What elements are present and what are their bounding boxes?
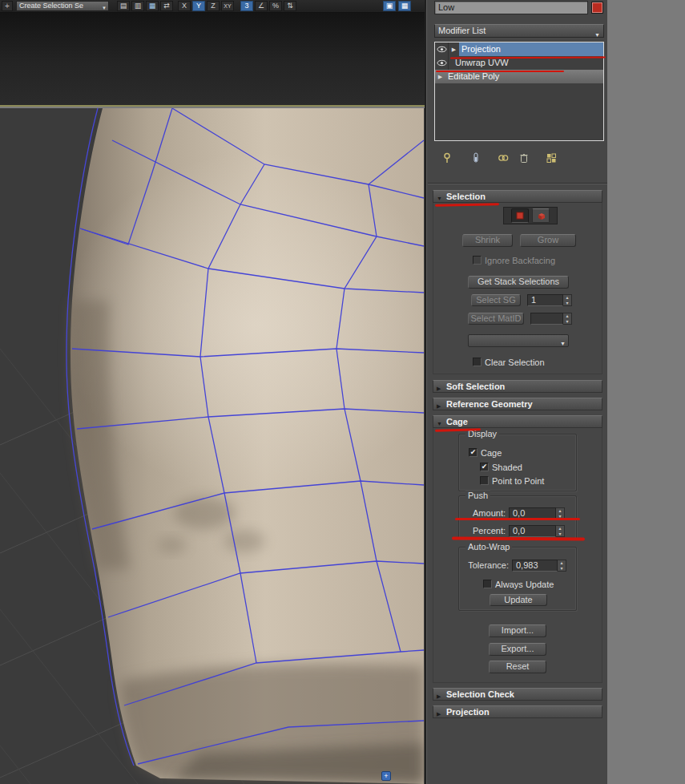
annotation-underline-unwrap-uvw xyxy=(436,71,564,72)
cage-checkbox[interactable]: ✔ Cage xyxy=(469,447,502,458)
get-stack-selections-button[interactable]: Get Stack Selections xyxy=(468,276,569,289)
update-button[interactable]: Update xyxy=(490,594,547,606)
chevron-down-icon: ▼ xyxy=(594,29,600,41)
subobject-button-strip xyxy=(503,207,558,224)
ignore-backfacing-checkbox[interactable]: Ignore Backfacing xyxy=(473,255,555,265)
group-title: Auto-Wrap xyxy=(465,542,512,552)
modifier-list-dropdown[interactable]: Modifier List ▼ xyxy=(434,24,604,38)
sg-value[interactable]: 1 xyxy=(527,294,563,306)
always-update-checkbox[interactable]: Always Update xyxy=(483,579,554,589)
eye-icon[interactable] xyxy=(435,56,449,70)
select-sg-button[interactable]: Select SG xyxy=(471,294,521,306)
sg-spinner[interactable]: 1 ▴▾ xyxy=(527,294,572,306)
matid-value[interactable] xyxy=(530,313,563,325)
show-end-result-icon[interactable] xyxy=(468,150,484,166)
grow-button[interactable]: Grow xyxy=(520,234,576,247)
curve-editor-icon[interactable]: ▦ xyxy=(146,1,159,11)
checkbox-label: Shaded xyxy=(492,463,522,472)
chevron-down-icon: ▼ xyxy=(560,338,566,350)
tolerance-label: Tolerance: xyxy=(461,560,509,571)
viewport-canvas[interactable]: + xyxy=(0,108,425,784)
checkbox-box: ✔ xyxy=(480,463,489,471)
annotation-underline-amount xyxy=(455,518,580,520)
spinner-snap-icon[interactable]: ⇅ xyxy=(284,1,296,11)
viewport-badge-icon[interactable]: + xyxy=(381,771,391,781)
spinner-arrows-icon[interactable]: ▴▾ xyxy=(563,294,572,306)
push-percent-spinner[interactable]: 0,0 ▴▾ xyxy=(509,525,565,537)
constraint-y-icon[interactable]: Y xyxy=(192,1,205,11)
shaded-checkbox[interactable]: ✔ Shaded xyxy=(480,462,522,472)
angle-snap-icon[interactable]: ∠ xyxy=(255,1,268,11)
shrink-button[interactable]: Shrink xyxy=(462,234,513,247)
chevron-right-icon: ▶ xyxy=(437,401,441,412)
rollout-title: Cage xyxy=(446,417,468,426)
checkbox-box xyxy=(473,256,482,265)
tolerance-value[interactable]: 0,983 xyxy=(512,560,558,572)
modifier-list-label: Modifier List xyxy=(438,26,486,35)
rollout-selection-check[interactable]: ▶ Selection Check xyxy=(433,688,602,701)
constraint-z-icon[interactable]: Z xyxy=(207,1,220,11)
push-percent-value[interactable]: 0,0 xyxy=(509,525,556,537)
display-layers-icon[interactable]: ▥ xyxy=(131,1,144,11)
spinner-arrows-icon[interactable]: ▴▾ xyxy=(563,313,572,325)
stack-row-projection[interactable]: ▶ Projection xyxy=(435,42,603,56)
checkbox-box xyxy=(483,580,492,588)
rollout-soft-selection[interactable]: ▶ Soft Selection xyxy=(433,380,602,393)
rollout-selection[interactable]: ▼ Selection xyxy=(433,190,602,203)
render-frame-icon[interactable]: ▦ xyxy=(398,1,411,11)
clear-selection-checkbox[interactable]: Clear Selection xyxy=(473,357,545,367)
remove-modifier-icon[interactable] xyxy=(516,150,532,166)
chevron-right-icon: ▶ xyxy=(437,383,441,394)
element-subobject-button[interactable] xyxy=(532,208,550,223)
checkbox-label: Clear Selection xyxy=(485,358,545,367)
stack-row-label: Projection xyxy=(459,42,603,56)
constraint-xy-icon[interactable]: XY xyxy=(221,1,234,11)
main-toolbar: + Create Selection Se ▼ ▤ ▥ ▦ ⇄ X Y Z XY… xyxy=(0,0,425,13)
object-color-swatch[interactable] xyxy=(591,2,603,14)
display-group: Display ✔ Cage ✔ Shaded Point to Point xyxy=(458,434,577,491)
checkbox-box xyxy=(480,476,489,485)
render-setup-icon[interactable]: ▣ xyxy=(383,1,396,11)
export-button[interactable]: Export... xyxy=(489,643,546,656)
rollout-cage[interactable]: ▼ Cage xyxy=(433,415,602,428)
checkbox-box: ✔ xyxy=(469,448,477,457)
chevron-down-icon: ▼ xyxy=(102,4,107,11)
group-title: Push xyxy=(465,491,490,501)
expand-arrow-icon[interactable]: ▶ xyxy=(449,42,459,56)
rollout-title: Selection Check xyxy=(446,689,514,699)
schematic-view-icon[interactable]: ▤ xyxy=(117,1,130,11)
matid-name-dropdown[interactable]: ▼ xyxy=(468,334,569,347)
named-selection-sets-label: Create Selection Se xyxy=(19,2,83,10)
rollout-title: Reference Geometry xyxy=(446,399,533,409)
snap-3d-icon[interactable]: 3 xyxy=(240,1,253,11)
face-subobject-button[interactable] xyxy=(511,208,529,223)
eye-icon[interactable] xyxy=(435,42,449,56)
import-button[interactable]: Import... xyxy=(489,624,546,637)
configure-modifier-sets-icon[interactable] xyxy=(543,150,559,166)
checkbox-label: Always Update xyxy=(495,580,554,589)
selection-rollout-content xyxy=(433,203,602,374)
matid-spinner[interactable]: ▴▾ xyxy=(530,313,572,325)
pin-stack-icon[interactable] xyxy=(439,150,455,166)
reset-button[interactable]: Reset xyxy=(489,661,546,673)
point-to-point-checkbox[interactable]: Point to Point xyxy=(480,475,544,486)
rollout-projection[interactable]: ▶ Projection xyxy=(433,705,602,718)
tolerance-spinner[interactable]: 0,983 ▴▾ xyxy=(512,560,566,572)
percent-label: Percent: xyxy=(462,526,506,536)
rollout-reference-geometry[interactable]: ▶ Reference Geometry xyxy=(433,398,602,410)
percent-snap-icon[interactable]: % xyxy=(269,1,282,11)
constraint-x-icon[interactable]: X xyxy=(178,1,191,11)
select-matid-button[interactable]: Select MatID xyxy=(468,313,524,325)
pan-icon[interactable]: + xyxy=(2,1,13,11)
named-selection-sets-dropdown[interactable]: Create Selection Se ▼ xyxy=(16,1,109,11)
checkbox-label: Cage xyxy=(481,448,502,458)
spinner-arrows-icon[interactable]: ▴▾ xyxy=(556,525,565,537)
spinner-arrows-icon[interactable]: ▴▾ xyxy=(558,560,566,572)
object-name-field[interactable]: Low xyxy=(434,1,588,14)
mirror-icon[interactable]: ⇄ xyxy=(160,1,173,11)
make-unique-icon[interactable] xyxy=(495,150,511,166)
model-mesh[interactable] xyxy=(64,108,425,784)
rollout-title: Soft Selection xyxy=(446,382,505,391)
checkbox-label: Ignore Backfacing xyxy=(485,256,555,265)
3d-scene xyxy=(0,108,425,784)
